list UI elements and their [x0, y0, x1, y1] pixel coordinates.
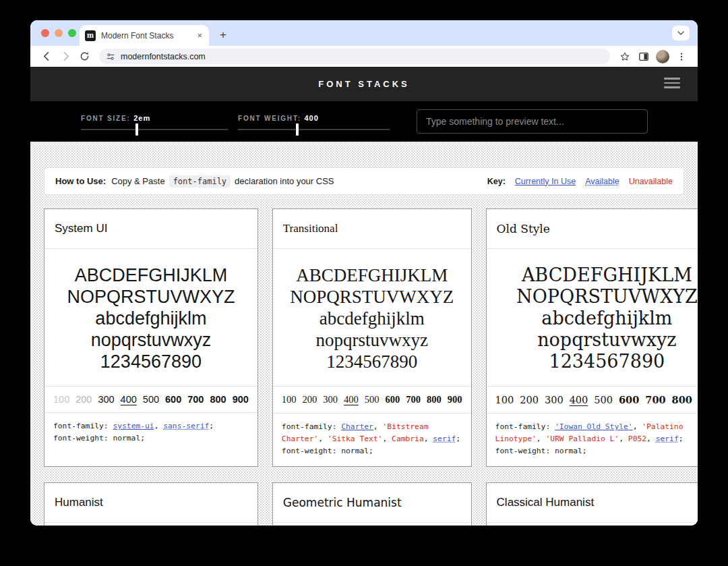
how-to-use-bar: How to Use: Copy & Paste font-family dec…: [44, 167, 684, 195]
key-item-available[interactable]: Available: [585, 177, 619, 186]
css-text: ,: [633, 422, 642, 431]
weight-800: 800: [672, 394, 692, 405]
font-size-slider[interactable]: [81, 129, 228, 130]
font-link-in-use[interactable]: system-ui: [113, 422, 154, 430]
card-body-cropped: [273, 523, 471, 526]
css-text: ,: [619, 434, 628, 443]
back-icon: [42, 51, 52, 61]
how-to-use-post: declaration into your CSS: [235, 176, 334, 186]
css-declaration: font-family: system-ui, sans-serif;font-…: [44, 412, 257, 453]
tab-search-button[interactable]: [672, 26, 690, 40]
browser-window: m Modern Font Stacks × + modernfontstack…: [30, 20, 698, 526]
font-family-code-chip: font-family: [169, 175, 231, 188]
browser-tab[interactable]: m Modern Font Stacks ×: [80, 25, 209, 46]
css-text: ,: [646, 434, 656, 443]
refresh-button[interactable]: [76, 49, 92, 65]
key-item-unavailable[interactable]: Unavailable: [629, 177, 673, 186]
font-card-system-ui: System UIABCDEFGHIJKLMNOPQRSTUVWXYZabcde…: [44, 208, 258, 467]
font-link-unavailable[interactable]: Cambria: [392, 434, 424, 443]
site-header: FONT STACKS: [30, 67, 698, 101]
font-link-unavailable[interactable]: 'URW Palladio L': [545, 434, 619, 443]
site-title: FONT STACKS: [318, 79, 409, 89]
font-size-value: 2em: [133, 114, 150, 122]
font-cards-grid: System UIABCDEFGHIJKLMNOPQRSTUVWXYZabcde…: [44, 208, 684, 526]
weight-700: 700: [645, 394, 665, 405]
url-text: modernfontstacks.com: [121, 52, 206, 61]
weight-scale: 100200300400500600700800900: [273, 386, 471, 413]
hamburger-menu-icon[interactable]: [664, 78, 680, 88]
weight-100: 100: [282, 394, 297, 405]
weight-100: 100: [53, 394, 69, 405]
profile-button[interactable]: [655, 49, 671, 65]
forward-button[interactable]: [57, 49, 73, 65]
css-text: ,: [373, 422, 383, 431]
weight-600: 600: [386, 394, 400, 405]
font-link-in-use[interactable]: 'Iowan Old Style': [555, 422, 633, 431]
css-text: ;: [209, 422, 214, 430]
font-link-available[interactable]: serif: [433, 434, 456, 443]
preview-text-input[interactable]: [417, 109, 648, 134]
font-size-control: FONT SIZE: 2em: [81, 113, 228, 130]
font-link-available[interactable]: serif: [656, 434, 679, 443]
profile-avatar: [656, 50, 669, 63]
tab-title: Modern Font Stacks: [101, 31, 190, 40]
alphabet-preview: ABCDEFGHIJKLMNOPQRSTUVWXYZabcdefghijklmn…: [44, 249, 257, 386]
weight-800: 800: [210, 394, 226, 405]
weight-300: 300: [323, 394, 338, 405]
controls-toolbar: FONT SIZE: 2em FONT WEIGHT: 400: [30, 101, 698, 142]
bookmark-button[interactable]: [617, 49, 633, 65]
css-text: font-family:: [282, 422, 341, 431]
weight-400: 400: [570, 395, 588, 405]
back-button[interactable]: [38, 49, 55, 65]
close-tab-icon[interactable]: ×: [195, 30, 204, 40]
weight-600: 600: [165, 394, 181, 405]
font-card-humanist: Humanist: [44, 482, 258, 526]
weight-500: 500: [365, 394, 380, 405]
address-bar[interactable]: modernfontstacks.com: [99, 49, 610, 64]
weight-500: 500: [594, 395, 613, 405]
font-link-unavailable[interactable]: 'Sitka Text': [328, 434, 383, 443]
kebab-menu-icon: [677, 52, 686, 61]
font-link-in-use[interactable]: Charter: [341, 422, 373, 431]
url-toolbar: modernfontstacks.com: [30, 46, 698, 67]
css-font-weight: font-weight: normal;: [495, 445, 698, 457]
site-settings-icon: [106, 52, 115, 61]
font-weight-slider-thumb[interactable]: [296, 123, 299, 136]
site-favicon: m: [85, 30, 96, 41]
key-item-in-use[interactable]: Currently In Use: [515, 177, 576, 186]
browser-menu-button[interactable]: [673, 49, 690, 65]
font-weight-slider[interactable]: [238, 129, 390, 130]
font-size-slider-thumb[interactable]: [135, 123, 138, 136]
weight-200: 200: [303, 394, 317, 405]
traffic-lights: [41, 29, 76, 37]
chevron-down-icon: [677, 31, 684, 35]
maximize-window-button[interactable]: [68, 29, 76, 37]
font-card-classical-humanist: Classical Humanist: [486, 482, 698, 526]
css-declaration: font-family: Charter, 'Bitstream Charter…: [273, 413, 471, 466]
font-weight-value: 400: [304, 114, 318, 122]
close-window-button[interactable]: [41, 29, 49, 37]
minimize-window-button[interactable]: [55, 29, 63, 37]
css-font-weight: font-weight: normal;: [53, 432, 249, 445]
font-link-available[interactable]: sans-serif: [163, 422, 209, 430]
weight-100: 100: [495, 395, 514, 405]
weight-900: 900: [233, 394, 249, 405]
card-title: System UI: [44, 209, 257, 249]
card-title: Classical Humanist: [487, 483, 698, 523]
card-title: Geometric Humanist: [273, 483, 471, 523]
new-tab-button[interactable]: +: [214, 26, 232, 44]
css-text: ,: [424, 434, 433, 443]
font-card-geometric-humanist: Geometric Humanist: [272, 482, 472, 526]
alphabet-preview: ABCDEFGHIJKLMNOPQRSTUVWXYZabcdefghijklmn…: [273, 249, 471, 386]
css-declaration: font-family: 'Iowan Old Style', 'Palatin…: [487, 413, 698, 466]
font-weight-control: FONT WEIGHT: 400: [238, 113, 390, 130]
weight-scale: 100200300400500600700800900: [487, 386, 698, 413]
css-text: ;: [456, 434, 460, 443]
font-link-unavailable[interactable]: P052: [628, 434, 646, 443]
weight-400: 400: [344, 394, 359, 405]
css-text: ,: [318, 434, 328, 443]
card-body-cropped: [44, 523, 257, 526]
side-panel-button[interactable]: [636, 49, 652, 65]
weight-700: 700: [406, 394, 421, 405]
alphabet-preview: ABCDEFGHIJKLMNOPQRSTUVWXYZabcdefghijklmn…: [487, 249, 698, 386]
